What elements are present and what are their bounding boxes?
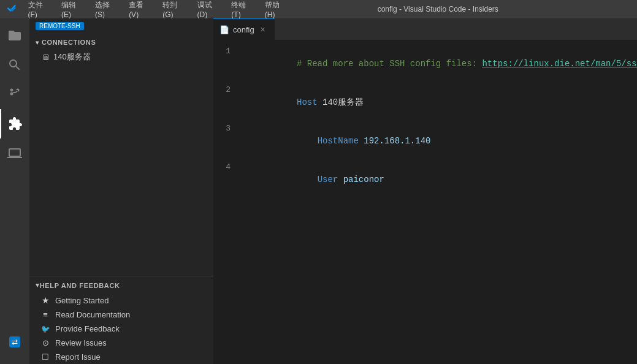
- editor-area: 📄 config × 1 # Read more about SSH confi…: [213, 18, 637, 364]
- provide-feedback-item[interactable]: 🐦 Provide Feedback: [29, 322, 213, 336]
- twitter-icon: 🐦: [40, 325, 50, 333]
- review-issues-item[interactable]: ⊙ Review Issues: [29, 336, 213, 350]
- remote-badge: REMOTE-SSH: [36, 22, 84, 30]
- menu-bar: 文件(F) 编辑(E) 选择(S) 查看(V) 转到(G) 调试(D) 终端(T…: [6, 0, 294, 20]
- sidebar: REMOTE-SSH ▾ CONNECTIONS 🖥 140服务器 ▾ HELP…: [29, 18, 213, 364]
- host-value: 140服务器: [318, 97, 364, 107]
- config-link[interactable]: https://linux.die.net/man/5/ssh_config: [482, 59, 637, 69]
- code-line-3: 3 HostName 192.168.1.140: [213, 122, 637, 161]
- hostname-keyword: HostName: [318, 136, 359, 146]
- book-icon: ≡: [40, 310, 50, 319]
- code-line-1: 1 # Read more about SSH config files: ht…: [213, 45, 637, 83]
- chevron-icon: ▾: [36, 39, 39, 46]
- menu-edit[interactable]: 编辑(E): [56, 0, 90, 20]
- chevron-help-icon: ▾: [36, 281, 40, 289]
- menu-terminal[interactable]: 终端(T): [226, 0, 259, 20]
- hostname-value: 192.168.1.140: [359, 136, 431, 146]
- user-value: paiconor: [338, 175, 384, 184]
- help-feedback-header[interactable]: ▾ HELP AND FEEDBACK: [29, 276, 213, 293]
- menu-select[interactable]: 选择(S): [90, 0, 124, 20]
- source-control-activity-icon[interactable]: [0, 80, 29, 109]
- tab-close-button[interactable]: ×: [258, 25, 268, 34]
- search-activity-icon[interactable]: [0, 50, 29, 80]
- report-icon: ☐: [40, 352, 50, 362]
- getting-started-item[interactable]: ★ Getting Started: [29, 293, 213, 308]
- code-line-4: 4 User paiconor: [213, 161, 637, 199]
- file-icon: 📄: [219, 25, 229, 34]
- connection-label: 140服务器: [53, 51, 91, 63]
- line-content-1: # Read more about SSH config files: http…: [243, 45, 637, 83]
- app-logo: [6, 3, 18, 15]
- config-tab[interactable]: 📄 config ×: [213, 18, 275, 40]
- connections-header[interactable]: ▾ CONNECTIONS: [29, 34, 213, 50]
- comment-text: # Read more about SSH config files:: [297, 59, 482, 69]
- menu-view[interactable]: 查看(V): [124, 0, 158, 20]
- issues-icon: ⊙: [40, 338, 50, 347]
- remote-ssh-header: REMOTE-SSH: [29, 18, 213, 34]
- connection-item-140[interactable]: 🖥 140服务器: [29, 50, 213, 64]
- explorer-activity-icon[interactable]: [0, 21, 29, 50]
- read-documentation-item[interactable]: ≡ Read Documentation: [29, 308, 213, 322]
- menu-file[interactable]: 文件(F): [23, 0, 56, 20]
- window-title: config - Visual Studio Code - Insiders: [294, 5, 582, 13]
- activity-bar-bottom: ⇄: [0, 327, 29, 364]
- tab-label: config: [233, 25, 254, 34]
- extensions-activity-icon[interactable]: [0, 109, 29, 138]
- remote-explorer-activity-icon[interactable]: [0, 138, 29, 168]
- code-editor: 1 # Read more about SSH config files: ht…: [213, 40, 637, 364]
- review-issues-label: Review Issues: [55, 338, 107, 347]
- user-keyword: User: [318, 175, 338, 184]
- provide-feedback-label: Provide Feedback: [55, 324, 120, 333]
- title-bar: 文件(F) 编辑(E) 选择(S) 查看(V) 转到(G) 调试(D) 终端(T…: [0, 0, 637, 18]
- line-content-2: Host 140服务器: [243, 83, 364, 122]
- report-issue-label: Report Issue: [55, 352, 101, 362]
- line-number-1: 1: [213, 45, 243, 58]
- read-documentation-label: Read Documentation: [55, 310, 130, 319]
- report-issue-item[interactable]: ☐ Report Issue: [29, 350, 213, 364]
- menu-debug[interactable]: 调试(D): [193, 0, 227, 20]
- line-number-4: 4: [213, 161, 243, 173]
- main-layout: ⇄ REMOTE-SSH ▾ CONNECTIONS 🖥 140服务器 ▾: [0, 18, 637, 364]
- help-feedback-title: HELP AND FEEDBACK: [40, 282, 120, 289]
- menu-help[interactable]: 帮助(H): [260, 0, 294, 20]
- host-keyword: Host: [297, 97, 318, 107]
- remote-connection-icon[interactable]: ⇄: [0, 327, 29, 357]
- monitor-icon: 🖥: [42, 53, 50, 62]
- line-content-3: HostName 192.168.1.140: [243, 122, 430, 161]
- connections-area: ▾ CONNECTIONS 🖥 140服务器: [29, 34, 213, 276]
- star-icon: ★: [40, 295, 50, 305]
- help-feedback-section: ▾ HELP AND FEEDBACK ★ Getting Started ≡ …: [29, 276, 213, 364]
- getting-started-label: Getting Started: [55, 296, 109, 305]
- line-number-3: 3: [213, 123, 243, 135]
- menu-goto[interactable]: 转到(G): [158, 0, 192, 20]
- tabs-bar: 📄 config ×: [213, 18, 637, 40]
- line-content-4: User paiconor: [243, 161, 384, 199]
- line-number-2: 2: [213, 84, 243, 96]
- connections-title: CONNECTIONS: [42, 39, 96, 46]
- activity-bar: ⇄: [0, 18, 29, 364]
- code-line-2: 2 Host 140服务器: [213, 83, 637, 122]
